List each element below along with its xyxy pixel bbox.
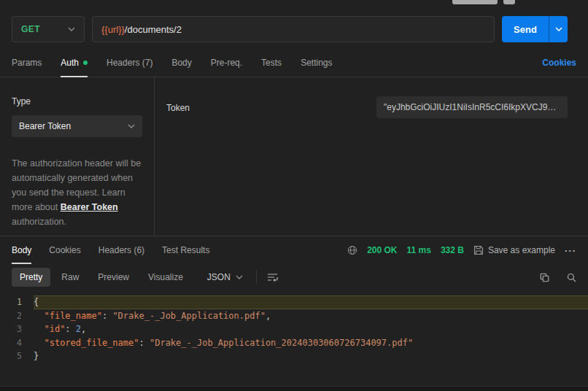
toolbar-divider <box>256 271 257 284</box>
auth-token-column: Token "eyJhbGciOiJIUzI1NiIsInR5cCI6IkpXV… <box>155 77 588 236</box>
tab-response-headers-label: Headers (6) <box>98 245 144 255</box>
tab-settings-label: Settings <box>301 58 332 68</box>
send-label[interactable]: Send <box>502 16 549 42</box>
format-label: JSON <box>207 272 231 282</box>
chevron-down-icon <box>68 27 75 31</box>
copy-icon[interactable] <box>540 273 549 282</box>
chevron-down-icon <box>128 124 135 128</box>
search-icon[interactable] <box>567 273 576 282</box>
api-client-window: GET {{url}}/documents/2 Send Params Auth… <box>0 0 588 391</box>
auth-description: The authorization header will be automat… <box>12 156 142 229</box>
line-number: 5 <box>0 349 34 363</box>
save-as-example-button[interactable]: Save as example <box>473 245 555 255</box>
more-options-button[interactable]: ··· <box>565 245 576 256</box>
send-button[interactable]: Send <box>502 16 568 42</box>
send-options-chevron-icon[interactable] <box>549 16 568 42</box>
cutoff-ui-fragment <box>503 0 515 4</box>
wrap-lines-icon[interactable] <box>264 270 282 284</box>
view-preview-button[interactable]: Preview <box>90 268 137 287</box>
url-path-text: /documents/2 <box>125 24 182 35</box>
authorization-panel: Type Bearer Token The authorization head… <box>0 77 588 236</box>
line-number: 4 <box>0 336 34 350</box>
tab-params-label: Params <box>12 58 42 68</box>
tab-prereq-label: Pre-req. <box>211 58 242 68</box>
tab-headers-label: Headers (7) <box>107 58 152 68</box>
code-line-content: "id": 2, <box>34 322 588 336</box>
auth-type-column: Type Bearer Token The authorization head… <box>0 77 155 236</box>
auth-description-text: authorization. <box>12 217 66 227</box>
code-line[interactable]: 3 "id": 2, <box>0 322 588 336</box>
tab-test-results[interactable]: Test Results <box>162 236 209 264</box>
response-meta: 200 OK 11 ms 332 B Save as example ··· <box>347 245 576 256</box>
view-pretty-button[interactable]: Pretty <box>12 268 50 287</box>
line-number: 1 <box>0 295 34 309</box>
cookies-link[interactable]: Cookies <box>542 58 576 68</box>
tab-response-cookies-label: Cookies <box>49 245 80 255</box>
response-size[interactable]: 332 B <box>441 245 464 255</box>
cutoff-ui-fragment <box>452 0 498 4</box>
method-dropdown[interactable]: GET <box>12 16 85 42</box>
code-line[interactable]: 1{ <box>0 295 588 309</box>
tab-response-body[interactable]: Body <box>12 236 31 264</box>
token-value-field[interactable]: "eyJhbGciOiJIUzI1NiIsInR5cCI6IkpXVCJ9… <box>376 96 568 118</box>
tab-headers[interactable]: Headers (7) <box>107 48 152 77</box>
auth-type-label: Type <box>12 96 142 107</box>
code-line[interactable]: 5} <box>0 349 588 363</box>
tab-body[interactable]: Body <box>171 48 191 77</box>
code-line-content: } <box>34 349 588 363</box>
tab-params[interactable]: Params <box>12 48 42 77</box>
line-number: 3 <box>0 322 34 336</box>
auth-configured-dot <box>83 61 88 65</box>
code-line-content: "file_name": "Drake_-_Job_Application.pd… <box>34 309 588 323</box>
response-tabs: Body Cookies Headers (6) Test Results 20… <box>0 236 588 264</box>
url-variable-chip: {{url}} <box>101 24 125 35</box>
tab-settings[interactable]: Settings <box>301 48 332 77</box>
code-line-content: "stored_file_name": "Drake_-_Job_Applica… <box>34 336 588 350</box>
tab-auth[interactable]: Auth <box>61 48 88 77</box>
tab-response-body-label: Body <box>12 245 31 255</box>
tab-prereq[interactable]: Pre-req. <box>211 48 242 77</box>
response-view-toolbar: Pretty Raw Preview Visualize JSON <box>0 264 588 293</box>
auth-type-dropdown[interactable]: Bearer Token <box>12 115 142 137</box>
chevron-down-icon <box>236 275 243 279</box>
auth-type-value: Bearer Token <box>19 121 71 131</box>
footer-bar <box>0 386 588 391</box>
request-tabs: Params Auth Headers (7) Body Pre-req. Te… <box>0 48 588 77</box>
save-icon <box>473 245 484 255</box>
status-badge[interactable]: 200 OK <box>367 245 397 255</box>
format-dropdown[interactable]: JSON <box>201 268 249 287</box>
code-line[interactable]: 2 "file_name": "Drake_-_Job_Application.… <box>0 309 588 323</box>
code-line[interactable]: 4 "stored_file_name": "Drake_-_Job_Appli… <box>0 336 588 350</box>
view-raw-button[interactable]: Raw <box>53 268 87 287</box>
view-visualize-button[interactable]: Visualize <box>140 268 191 287</box>
toolbar-right-icons <box>540 273 576 282</box>
tab-tests[interactable]: Tests <box>261 48 282 77</box>
response-time[interactable]: 11 ms <box>407 245 431 255</box>
method-label: GET <box>21 24 40 34</box>
save-as-example-label: Save as example <box>488 245 555 255</box>
network-globe-icon[interactable] <box>347 245 357 255</box>
tab-response-cookies[interactable]: Cookies <box>49 236 80 264</box>
tab-tests-label: Tests <box>261 58 282 68</box>
url-input[interactable]: {{url}}/documents/2 <box>92 16 495 42</box>
code-line-content: { <box>34 295 588 309</box>
token-label: Token <box>166 103 190 113</box>
tab-body-label: Body <box>171 58 191 68</box>
tab-test-results-label: Test Results <box>162 245 209 255</box>
tab-response-headers[interactable]: Headers (6) <box>98 236 144 264</box>
line-number: 2 <box>0 309 34 323</box>
tab-auth-label: Auth <box>61 58 79 68</box>
bearer-token-link[interactable]: Bearer Token <box>61 202 118 212</box>
response-body-editor[interactable]: 1{2 "file_name": "Drake_-_Job_Applicatio… <box>0 293 588 363</box>
request-bar: GET {{url}}/documents/2 Send <box>0 0 588 42</box>
